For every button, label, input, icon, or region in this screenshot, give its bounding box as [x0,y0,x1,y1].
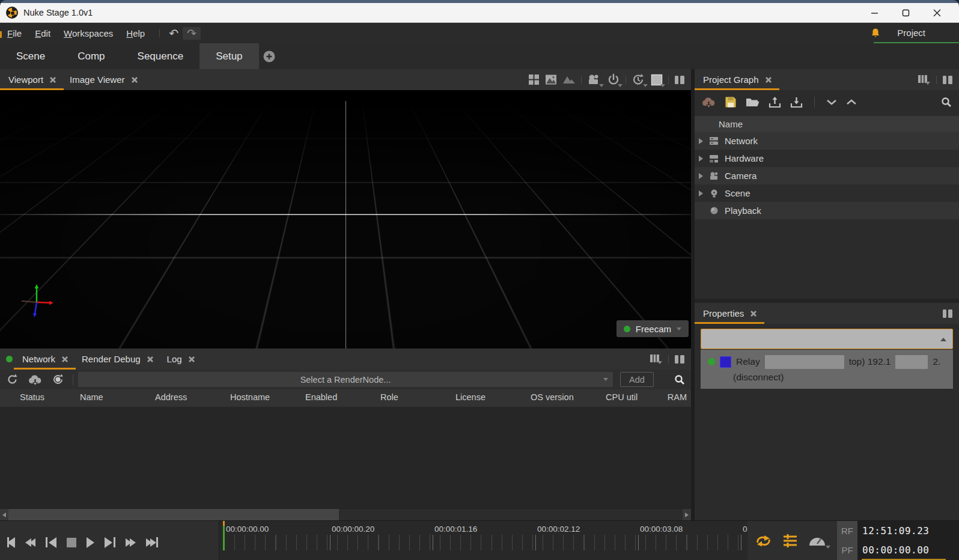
undo-icon[interactable]: ↶ [165,27,183,40]
tab-render-debug[interactable]: Render Debug [79,348,156,370]
close-button[interactable] [925,5,948,20]
column-address[interactable]: Address [155,392,187,402]
tab-project-graph[interactable]: Project Graph [701,69,775,90]
tab-log[interactable]: Log [165,348,198,370]
gauge-icon[interactable] [808,534,828,547]
close-icon[interactable] [49,76,56,84]
expand-arrow-icon[interactable] [699,156,703,162]
column-os-version[interactable]: OS version [531,392,574,402]
scroll-left-arrow[interactable] [0,509,8,520]
timeline-ruler[interactable]: 00:00:00.00 00:00:00.20 00:00:01.16 00:0… [219,521,747,560]
import-icon[interactable] [790,96,803,108]
column-enabled[interactable]: Enabled [305,392,337,402]
search-icon[interactable] [674,374,685,385]
sync-icon[interactable] [52,373,64,386]
tree-item-scene[interactable]: Scene [695,184,959,202]
close-icon[interactable] [131,76,138,84]
panel-layout-icon[interactable] [674,355,685,364]
add-workspace-button[interactable] [263,50,276,63]
tab-properties[interactable]: Properties [701,303,760,324]
go-to-end-button[interactable] [146,536,158,549]
tab-network[interactable]: Network [20,348,71,370]
play-button[interactable] [87,536,94,549]
scrollbar-thumb[interactable] [8,509,339,520]
column-name[interactable]: Name [80,392,103,402]
column-ram[interactable]: RAM [668,392,687,402]
loop-icon[interactable] [755,533,773,549]
save-icon[interactable] [725,96,737,108]
tree-header-name[interactable]: Name [695,116,959,132]
tracks-icon[interactable] [782,534,798,548]
close-icon[interactable] [750,310,757,317]
workspace-tab-sequence[interactable]: Sequence [121,43,200,69]
properties-node-dropdown[interactable] [701,329,953,349]
close-icon[interactable] [61,356,68,363]
project-indicator[interactable]: Project [880,24,952,43]
scroll-right-arrow[interactable] [683,509,691,520]
next-frame-button[interactable] [105,536,115,549]
relay-second-line[interactable]: (disconnect) [701,371,953,385]
quad-view-icon[interactable] [528,74,540,85]
column-license[interactable]: License [455,392,486,402]
layer-square-icon[interactable] [651,74,663,86]
workspace-tab-comp[interactable]: Comp [61,43,121,69]
maximize-button[interactable] [894,5,917,20]
expand-arrow-icon[interactable] [699,190,703,196]
image-icon[interactable] [545,74,557,85]
collapse-all-icon[interactable] [826,99,837,106]
folder-open-icon[interactable] [746,97,760,108]
menu-edit[interactable]: Edit [35,28,50,38]
rendernode-select-dropdown[interactable]: Select a RenderNode... [78,372,613,387]
menu-workspaces[interactable]: Workspaces [64,28,113,38]
rendernode-table-body[interactable] [0,407,691,508]
tree-item-network[interactable]: Network [695,132,959,150]
camera-selector-dropdown[interactable]: Freecam [616,320,689,337]
columns-icon[interactable] [650,354,663,365]
expand-all-icon[interactable] [846,99,857,106]
column-cpu-util[interactable]: CPU util [606,392,638,402]
fast-forward-button[interactable] [126,536,136,549]
tree-item-camera[interactable]: Camera [695,167,959,184]
relay-list-item[interactable]: Relay top) 192.1 2. [701,353,953,371]
fast-rewind-button[interactable] [25,536,35,549]
refresh-icon[interactable] [6,373,19,386]
cloud-import-icon[interactable] [702,96,716,108]
tab-image-viewer[interactable]: Image Viewer [67,69,140,90]
panel-layout-icon[interactable] [674,75,685,85]
add-button[interactable]: Add [620,372,654,387]
menu-help[interactable]: Help [126,28,145,38]
tree-item-playback[interactable]: Playback [695,202,959,219]
panel-layout-icon[interactable] [942,75,953,85]
mountains-icon[interactable] [562,75,576,85]
power-icon[interactable] [607,73,620,86]
export-icon[interactable] [769,96,781,108]
panel-splitter[interactable] [695,299,959,303]
bell-icon[interactable] [871,28,880,38]
column-role[interactable]: Role [380,392,398,402]
redo-icon[interactable]: ↷ [183,27,201,40]
tree-item-hardware[interactable]: Hardware [695,150,959,167]
workspace-tab-scene[interactable]: Scene [0,43,61,69]
expand-arrow-icon[interactable] [699,173,703,179]
timer-icon[interactable] [632,73,645,86]
go-to-start-button[interactable] [7,536,15,549]
camera-icon[interactable] [587,74,601,86]
close-icon[interactable] [188,356,195,363]
previous-frame-button[interactable] [46,536,56,549]
panel-layout-icon[interactable] [942,309,953,318]
expand-arrow-icon[interactable] [699,138,703,144]
column-status[interactable]: Status [20,392,44,402]
search-icon[interactable] [941,97,952,108]
column-hostname[interactable]: Hostname [230,392,270,402]
close-icon[interactable] [147,356,154,363]
close-icon[interactable] [765,76,772,84]
tab-viewport[interactable]: Viewport [6,69,59,90]
workspace-tab-setup[interactable]: Setup [199,43,258,69]
stop-button[interactable] [67,536,76,549]
3d-viewport[interactable]: Freecam [0,90,691,348]
cloud-download-icon[interactable] [28,374,42,386]
columns-icon[interactable] [918,75,931,85]
menu-file[interactable]: File [7,28,22,38]
minimize-button[interactable] [863,5,886,20]
disconnect-link[interactable]: (disconnect) [733,372,784,382]
